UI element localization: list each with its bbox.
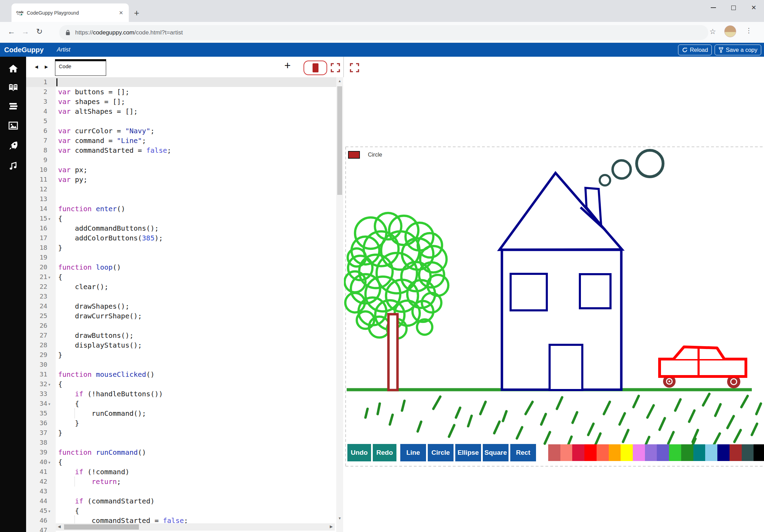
browser-menu-icon[interactable]: ⋮	[746, 26, 752, 34]
fold-arrow-icon[interactable]: ▾	[48, 399, 50, 409]
color-swatch-crimson[interactable]	[572, 444, 584, 461]
scroll-down-icon[interactable]: ▼	[336, 516, 343, 520]
profile-avatar[interactable]	[724, 25, 736, 37]
home-icon[interactable]	[8, 64, 18, 73]
code-line[interactable]: 31function mouseClicked()	[26, 370, 336, 379]
code-line[interactable]: 34▾ {	[26, 399, 336, 408]
color-swatch-darkslategray[interactable]	[742, 444, 754, 461]
back-icon[interactable]: ←	[8, 27, 15, 36]
music-icon[interactable]	[8, 161, 18, 171]
code-line[interactable]: 43	[26, 486, 336, 496]
url-bar[interactable]: https://codeguppy.com/code.html?t=artist	[59, 25, 708, 40]
color-swatch-teal[interactable]	[693, 444, 706, 461]
minimize-icon[interactable]	[711, 7, 716, 8]
fold-arrow-icon[interactable]: ▾	[48, 214, 50, 224]
code-line[interactable]: 23	[26, 292, 336, 301]
code-line[interactable]: 28 displayStatus();	[26, 340, 336, 350]
code-line[interactable]: 18}	[26, 243, 336, 253]
code-line[interactable]: 30	[26, 360, 336, 370]
code-line[interactable]: 29}	[26, 350, 336, 360]
code-line[interactable]: 22 clear();	[26, 282, 336, 292]
image-icon[interactable]	[8, 121, 18, 130]
code-line[interactable]: 5	[26, 116, 336, 126]
code-line[interactable]: 3var shapes = [];	[26, 97, 336, 106]
color-swatch-skyblue[interactable]	[705, 444, 717, 461]
line-tool-button[interactable]: Line	[400, 444, 426, 461]
tab-nav-arrows[interactable]: ◀ ▶	[35, 64, 51, 69]
code-line[interactable]: 20function loop()	[26, 262, 336, 272]
code-line[interactable]: 33 if (!handleButtons())	[26, 389, 336, 399]
code-line[interactable]: 17 addColorButtons(385);	[26, 233, 336, 243]
fold-arrow-icon[interactable]: ▾	[48, 458, 50, 467]
color-swatch-brown[interactable]	[730, 444, 742, 461]
color-swatch-forestgreen[interactable]	[681, 444, 693, 461]
code-line[interactable]: 37}	[26, 428, 336, 438]
code-line[interactable]: 6var currColor = "Navy";	[26, 126, 336, 136]
code-line[interactable]: 15▾{	[26, 214, 336, 223]
code-editor[interactable]: 12var buttons = [];3var shapes = [];4var…	[26, 77, 344, 532]
window-close-icon[interactable]: ✕	[751, 5, 756, 11]
color-swatch-indianred[interactable]	[548, 444, 560, 461]
code-line[interactable]: 16 addCommandButtons();	[26, 223, 336, 233]
add-tab-button[interactable]: +	[284, 59, 291, 72]
code-line[interactable]: 1	[26, 77, 336, 87]
horizontal-scroll-thumb[interactable]	[64, 524, 139, 530]
code-line[interactable]: 32▾{	[26, 379, 336, 389]
stop-button[interactable]	[304, 61, 327, 75]
color-swatch-black[interactable]	[754, 444, 764, 461]
brand-logo[interactable]: CodeGuppy	[4, 46, 44, 54]
code-line[interactable]: 2var buttons = [];	[26, 87, 336, 97]
editor-vertical-scrollbar[interactable]: ▲ ▼	[336, 77, 343, 532]
code-line[interactable]: 35 runCommand();	[26, 408, 336, 418]
code-line[interactable]: 9	[26, 155, 336, 165]
color-swatch-red[interactable]	[584, 444, 597, 461]
code-line[interactable]: 8var commandStarted = false;	[26, 145, 336, 155]
ellipse-tool-button[interactable]: Ellipse	[455, 444, 481, 461]
list-icon[interactable]	[8, 101, 18, 111]
color-swatch-navy[interactable]	[717, 444, 730, 461]
code-line[interactable]: 11var py;	[26, 175, 336, 184]
undo-button[interactable]: Undo	[347, 444, 371, 461]
scroll-right-icon[interactable]: ▶	[330, 524, 333, 529]
code-line[interactable]: 40▾{	[26, 457, 336, 467]
tab-close-icon[interactable]: ✕	[118, 10, 124, 16]
code-line[interactable]: 36 }	[26, 418, 336, 428]
redo-button[interactable]: Redo	[373, 444, 396, 461]
code-line[interactable]: 12	[26, 184, 336, 194]
code-line[interactable]: 25 drawCurrShape();	[26, 311, 336, 321]
code-line[interactable]: 44 if (commandStarted)	[26, 496, 336, 506]
code-line[interactable]: 21▾{	[26, 272, 336, 282]
code-line[interactable]: 7var command = "Line";	[26, 136, 336, 145]
color-swatch-tomato[interactable]	[597, 444, 609, 461]
bookmark-star-icon[interactable]: ☆	[709, 27, 716, 36]
reload-button[interactable]: Reload	[678, 45, 712, 55]
color-swatch-slateblue[interactable]	[657, 444, 669, 461]
fold-arrow-icon[interactable]: ▾	[48, 380, 50, 389]
code-line[interactable]: 27 drawButtons();	[26, 331, 336, 340]
vertical-scroll-thumb[interactable]	[337, 86, 342, 195]
maximize-icon[interactable]	[731, 6, 736, 10]
color-swatch-violet[interactable]	[633, 444, 645, 461]
new-tab-button[interactable]: +	[134, 8, 139, 18]
code-line[interactable]: 14function enter()	[26, 204, 336, 214]
code-line[interactable]: 45▾ {	[26, 506, 336, 516]
code-line[interactable]: 13	[26, 194, 336, 204]
fold-arrow-icon[interactable]: ▾	[48, 506, 50, 516]
save-a-copy-button[interactable]: Save a copy	[715, 45, 761, 55]
color-swatch-orange[interactable]	[609, 444, 621, 461]
color-swatch-yellow[interactable]	[621, 444, 633, 461]
code-line[interactable]: 4var altShapes = [];	[26, 106, 336, 116]
editor-fullscreen-icon[interactable]	[331, 63, 340, 72]
square-tool-button[interactable]: Square	[483, 444, 509, 461]
code-line[interactable]: 38	[26, 438, 336, 447]
browser-tab[interactable]: Code CodeGuppy Playground ✕	[11, 3, 129, 22]
code-line[interactable]: 42 return;	[26, 477, 336, 486]
scroll-up-icon[interactable]: ▲	[336, 79, 343, 83]
code-line[interactable]: 39function runCommand()	[26, 447, 336, 457]
fold-arrow-icon[interactable]: ▾	[48, 272, 50, 282]
book-icon[interactable]	[8, 82, 18, 92]
color-swatch-mediumpurple[interactable]	[645, 444, 657, 461]
reload-icon[interactable]: ↻	[36, 27, 42, 36]
tab-code[interactable]: Code	[55, 59, 106, 76]
code-line[interactable]: 24 drawShapes();	[26, 301, 336, 311]
